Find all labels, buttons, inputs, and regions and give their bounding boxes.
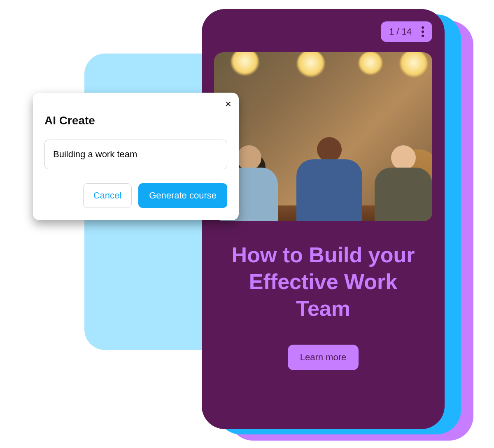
course-topic-input[interactable] <box>44 140 227 169</box>
page-indicator-pill[interactable]: 1 / 14 <box>381 21 432 42</box>
person-illustration <box>375 121 432 221</box>
page-indicator-text: 1 / 14 <box>389 26 412 37</box>
course-header: 1 / 14 <box>214 21 432 42</box>
lamp-icon <box>296 52 325 79</box>
learn-more-button[interactable]: Learn more <box>288 345 359 370</box>
modal-title: AI Create <box>44 114 227 127</box>
course-hero-image <box>214 52 432 221</box>
cancel-button[interactable]: Cancel <box>83 183 132 208</box>
close-icon[interactable]: × <box>225 98 231 109</box>
person-illustration <box>296 112 362 221</box>
more-menu-icon[interactable] <box>419 26 426 37</box>
course-preview-card: 1 / 14 How to Build your Effective Work … <box>202 9 445 429</box>
lamp-icon <box>358 52 383 76</box>
generate-course-button[interactable]: Generate course <box>138 183 227 208</box>
course-title: How to Build your Effective Work Team <box>214 242 432 322</box>
ai-create-modal: × AI Create Cancel Generate course <box>33 93 239 220</box>
modal-actions: Cancel Generate course <box>44 183 227 208</box>
lamp-icon <box>231 52 259 77</box>
lamp-icon <box>399 52 428 79</box>
